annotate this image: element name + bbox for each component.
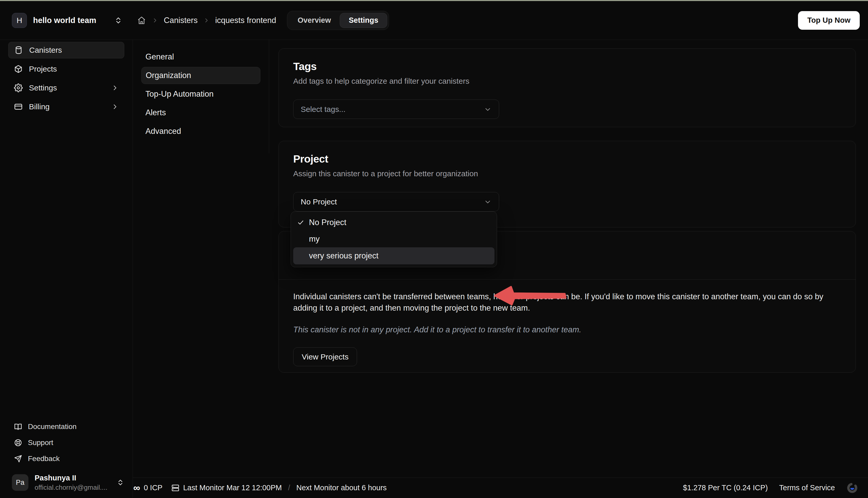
settings-nav-topup-automation[interactable]: Top-Up Automation [141, 86, 261, 103]
status-bar: ∞ 0 ICP Last Monitor Mar 12 12:00PM / Ne… [133, 477, 868, 498]
sidebar-item-support[interactable]: Support [8, 435, 124, 451]
tab-overview[interactable]: Overview [289, 13, 340, 28]
footer-item-label: Support [28, 438, 53, 447]
sidebar-item-label: Settings [29, 83, 57, 92]
dropdown-option-label: very serious project [309, 251, 378, 261]
tags-card: Tags Add tags to help categorize and fil… [279, 48, 856, 127]
credit-card-icon [14, 102, 23, 111]
sidebar-item-settings[interactable]: Settings [8, 80, 124, 96]
view-tabs: Overview Settings [287, 11, 389, 30]
user-name: Pashunya II [35, 473, 107, 483]
tc-price: $1.278 Per TC (0.24 ICP) [683, 484, 768, 492]
tags-card-subtitle: Add tags to help categorize and filter y… [293, 77, 841, 86]
sidebar-footer: Documentation Support Feedback [0, 419, 133, 468]
dropdown-option-no-project[interactable]: No Project [293, 214, 494, 231]
infinity-icon: ∞ [133, 483, 140, 493]
sidebar-item-projects[interactable]: Projects [8, 61, 124, 77]
status-separator: / [285, 484, 293, 492]
tags-card-title: Tags [293, 61, 841, 73]
book-open-icon [14, 422, 22, 431]
view-projects-button[interactable]: View Projects [293, 347, 357, 366]
chevron-down-icon [484, 198, 492, 206]
tags-select-placeholder: Select tags... [301, 105, 484, 114]
home-icon[interactable] [137, 16, 146, 25]
send-icon [14, 455, 22, 463]
last-monitor-text: Last Monitor Mar 12 12:00PM [183, 484, 282, 492]
status-bar-right: $1.278 Per TC (0.24 ICP) Terms of Servic… [683, 482, 858, 494]
icp-balance: ∞ 0 ICP [133, 483, 162, 493]
sidebar-item-billing[interactable]: Billing [8, 99, 124, 115]
settings-nav-general[interactable]: General [141, 48, 261, 65]
lifebuoy-icon [14, 438, 22, 447]
server-icon [171, 484, 179, 492]
sidebar-item-feedback[interactable]: Feedback [8, 451, 124, 467]
chevrons-up-down-icon [117, 478, 124, 487]
sidebar-item-canisters[interactable]: Canisters [8, 42, 124, 58]
next-monitor-text: Next Monitor about 6 hours [296, 484, 387, 492]
dropdown-option-my[interactable]: my [293, 231, 494, 247]
annotation-arrow [493, 285, 568, 307]
settings-nav-alerts[interactable]: Alerts [141, 104, 261, 121]
gear-icon [14, 83, 23, 92]
settings-nav-organization[interactable]: Organization [141, 67, 261, 84]
sidebar-item-label: Canisters [29, 46, 62, 54]
settings-sub-nav: General Organization Top-Up Automation A… [133, 40, 269, 153]
app-header: H hello world team Canisters icquests fr… [0, 1, 868, 40]
user-email: official.chorniy@gmail.... [35, 484, 107, 492]
team-name: hello world team [33, 16, 96, 25]
user-texts: Pashunya II official.chorniy@gmail.... [35, 473, 107, 492]
chevron-right-icon [111, 84, 119, 91]
top-up-now-button[interactable]: Top Up Now [798, 11, 860, 30]
settings-nav-advanced[interactable]: Advanced [141, 123, 261, 140]
breadcrumb-canisters[interactable]: Canisters [164, 16, 198, 25]
chevrons-up-down-icon [114, 16, 122, 25]
cards-column: Tags Add tags to help categorize and fil… [269, 40, 868, 477]
sidebar-item-label: Projects [29, 65, 57, 74]
team-avatar: H [12, 13, 27, 28]
sidebar: Canisters Projects Settings [0, 40, 133, 498]
user-menu[interactable]: Pa Pashunya II official.chorniy@gmail...… [0, 468, 133, 498]
terms-of-service-link[interactable]: Terms of Service [779, 484, 835, 492]
settings-content: General Organization Top-Up Automation A… [133, 40, 868, 477]
sidebar-spacer [0, 117, 133, 419]
chevron-right-icon [111, 103, 119, 110]
chevron-right-icon [203, 17, 210, 24]
footer-item-label: Feedback [28, 455, 60, 463]
chevron-down-icon [484, 105, 492, 113]
project-select[interactable]: No Project [293, 192, 499, 211]
main-area: General Organization Top-Up Automation A… [133, 40, 868, 498]
icp-balance-value: 0 ICP [144, 484, 162, 492]
sidebar-item-documentation[interactable]: Documentation [8, 419, 124, 435]
transfer-note: This canister is not in any project. Add… [293, 325, 841, 335]
project-dropdown-menu: No Project my very serious project [291, 211, 497, 267]
sidebar-nav: Canisters Projects Settings [0, 40, 133, 117]
project-card-subtitle: Assign this canister to a project for be… [293, 169, 841, 178]
breadcrumb: Canisters icquests frontend [133, 16, 276, 25]
footer-item-label: Documentation [28, 422, 77, 431]
cube-icon [14, 65, 23, 74]
user-avatar: Pa [12, 474, 28, 491]
dropdown-option-label: my [309, 234, 320, 244]
check-icon [297, 219, 305, 226]
project-select-value: No Project [301, 197, 484, 206]
tags-select[interactable]: Select tags... [293, 100, 499, 119]
monitor-status: Last Monitor Mar 12 12:00PM / Next Monit… [171, 484, 387, 492]
canister-icon [14, 46, 23, 54]
breadcrumb-canister-name: icquests frontend [215, 16, 276, 25]
team-switcher[interactable]: H hello world team [0, 13, 133, 28]
tab-settings[interactable]: Settings [340, 13, 387, 28]
chevron-right-icon [152, 17, 158, 24]
sidebar-item-label: Billing [29, 102, 50, 111]
dropdown-option-label: No Project [309, 218, 346, 227]
cycleops-logo-icon[interactable] [846, 482, 858, 494]
project-card-title: Project [293, 153, 841, 165]
dropdown-option-very-serious-project[interactable]: very serious project [293, 247, 494, 264]
